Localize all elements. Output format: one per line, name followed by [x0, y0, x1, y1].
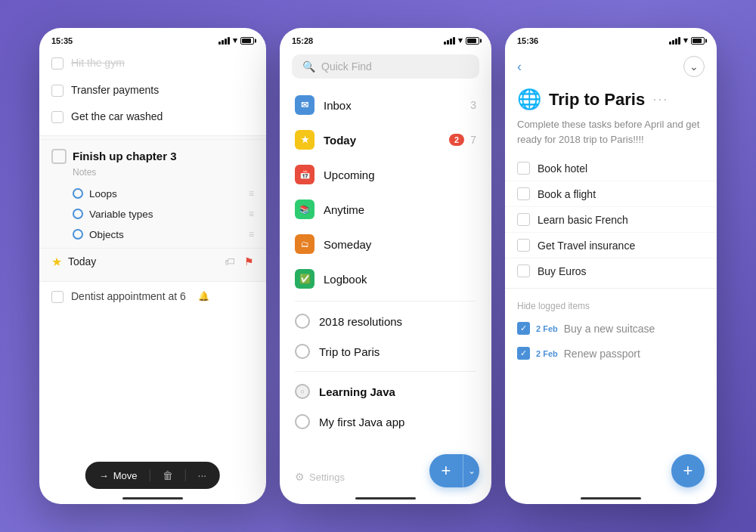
project-java-app[interactable]: My first Java app [280, 407, 491, 437]
task-travel-insurance[interactable]: Get Travel insurance [505, 233, 717, 258]
nav-logbook[interactable]: ✅ Logbook [280, 261, 491, 296]
drag-icon-variable: ≡ [249, 209, 254, 219]
task-book-flight[interactable]: Book a flight [505, 181, 717, 207]
logged-header[interactable]: Hide logged items [505, 293, 717, 316]
group-icon: ○ [295, 384, 310, 399]
nav-upcoming[interactable]: 📅 Upcoming [280, 157, 491, 192]
status-icons-2: ▾ [444, 36, 479, 45]
time-3: 15:36 [517, 36, 538, 45]
section-checkbox[interactable] [51, 149, 67, 164]
more-options-icon[interactable]: ··· [652, 91, 668, 107]
logbook-icon: ✅ [295, 269, 314, 289]
battery-icon-2 [466, 37, 479, 45]
back-button[interactable]: ‹ [517, 59, 522, 75]
subtask-text-loops: Loops [89, 188, 117, 200]
chevron-down-icon: ⌄ [689, 60, 699, 73]
today-badge: 2 [449, 134, 464, 146]
add-button[interactable]: + [429, 454, 463, 487]
nav-someday[interactable]: 🗂 Someday [280, 227, 491, 261]
bell-icon: 🔔 [198, 291, 209, 302]
today-label: Today [68, 255, 96, 268]
search-bar[interactable]: 🔍 Quick Find [292, 54, 479, 79]
checkbox-book-flight[interactable] [517, 187, 530, 200]
task-book-hotel[interactable]: Book hotel [505, 156, 717, 181]
expand-button[interactable]: ⌄ [683, 56, 705, 77]
project-label-2: Trip to Paris [319, 345, 380, 358]
checkbox-learn-french[interactable] [517, 213, 530, 226]
task-text-buy-euros: Buy Euros [538, 265, 587, 277]
task-car-wash[interactable]: Get the car washed [39, 104, 266, 131]
more-icon[interactable]: ··· [198, 469, 207, 481]
subtask-text-objects: Objects [89, 229, 124, 240]
task-learn-french[interactable]: Learn basic French [505, 207, 717, 233]
battery-icon-3 [691, 37, 705, 45]
subtask-objects[interactable]: Objects ≡ [39, 224, 266, 245]
flag-icon[interactable]: ⚑ [244, 255, 254, 268]
section-finish-chapter[interactable]: Finish up chapter 3 [39, 139, 266, 167]
project-label-3: My first Java app [319, 416, 404, 428]
notes-label: Notes [39, 167, 266, 184]
circle-variable [73, 209, 83, 219]
trash-icon[interactable]: 🗑 [163, 469, 173, 481]
subtask-text-variable: Variable types [89, 209, 153, 220]
wifi-icon: ▾ [233, 36, 237, 45]
time-1: 15:35 [51, 36, 73, 45]
subtask-loops[interactable]: Loops ≡ [39, 184, 266, 204]
chevron-down-icon: ⌄ [468, 466, 476, 476]
project-trip-paris[interactable]: Trip to Paris [280, 336, 491, 367]
chevron-button[interactable]: ⌄ [463, 454, 479, 487]
add-fab-3[interactable]: + [671, 454, 705, 487]
phone-2: 15:28 ▾ 🔍 Quick Find ✉ Inbox 3 [280, 28, 491, 504]
upcoming-label: Upcoming [324, 169, 375, 181]
task-hit-gym[interactable]: Hit the gym [39, 50, 266, 77]
checkbox-hit-gym[interactable] [51, 57, 64, 70]
logged-header-text: Hide logged items [517, 301, 590, 311]
phone-3: 15:36 ▾ ‹ ⌄ 🌐 Trip to Paris ··· Complete… [505, 28, 717, 504]
task-text-book-flight: Book a flight [538, 188, 596, 200]
checkbox-transfer[interactable] [51, 85, 64, 97]
settings-row[interactable]: ⚙ Settings [295, 471, 345, 483]
task-transfer[interactable]: Transfer payments [39, 77, 266, 104]
nav-anytime[interactable]: 📚 Anytime [280, 192, 491, 227]
settings-label: Settings [309, 472, 345, 483]
group-label: Learning Java [319, 385, 395, 398]
circle-loops [73, 188, 83, 199]
someday-icon: 🗂 [295, 234, 314, 254]
move-button[interactable]: → Move [99, 470, 138, 481]
checkbox-car-wash[interactable] [51, 111, 64, 123]
arrow-icon: → [99, 470, 109, 481]
add-fab[interactable]: + ⌄ [429, 454, 479, 487]
checkbox-dentist[interactable] [51, 291, 64, 303]
signal-icon-3 [669, 37, 680, 45]
tag-icon[interactable]: 🏷 [225, 255, 235, 268]
today-icon: ★ [295, 130, 314, 150]
dentist-row[interactable]: Dentist appointment at 6 🔔 [39, 282, 266, 311]
phone3-nav-header: ‹ ⌄ [505, 50, 717, 82]
divider-1 [295, 301, 476, 302]
project-globe-icon: 🌐 [517, 88, 541, 111]
status-bar-3: 15:36 ▾ [505, 28, 717, 50]
task-text-car-wash: Get the car washed [71, 110, 163, 125]
task-text-learn-french: Learn basic French [538, 214, 628, 226]
project-2018-resolutions[interactable]: 2018 resolutions [280, 306, 491, 336]
subtask-variable-types[interactable]: Variable types ≡ [39, 204, 266, 224]
task-buy-euros[interactable]: Buy Euros [505, 258, 717, 283]
project-title: Trip to Paris [549, 90, 645, 110]
settings-gear-icon: ⚙ [295, 471, 305, 483]
project-learning-java[interactable]: ○ Learning Java [280, 376, 491, 407]
inbox-count: 3 [470, 99, 476, 111]
task-text-book-hotel: Book hotel [538, 162, 587, 175]
checkbox-travel-insurance[interactable] [517, 239, 530, 252]
checkbox-book-hotel[interactable] [517, 162, 530, 175]
logged-date-passport: 2 Feb [536, 349, 558, 358]
nav-inbox[interactable]: ✉ Inbox 3 [280, 88, 491, 122]
project-description: Complete these tasks before April and ge… [505, 114, 717, 156]
signal-icon [218, 37, 230, 45]
search-icon: 🔍 [302, 60, 315, 73]
logged-buy-suitcase: ✓ 2 Feb Buy a new suitcase [505, 316, 717, 341]
checkbox-buy-euros[interactable] [517, 264, 530, 277]
divider-2 [295, 371, 476, 372]
drag-icon-objects: ≡ [249, 229, 254, 240]
time-2: 15:28 [292, 36, 313, 45]
nav-today[interactable]: ★ Today 2 7 [280, 122, 491, 157]
